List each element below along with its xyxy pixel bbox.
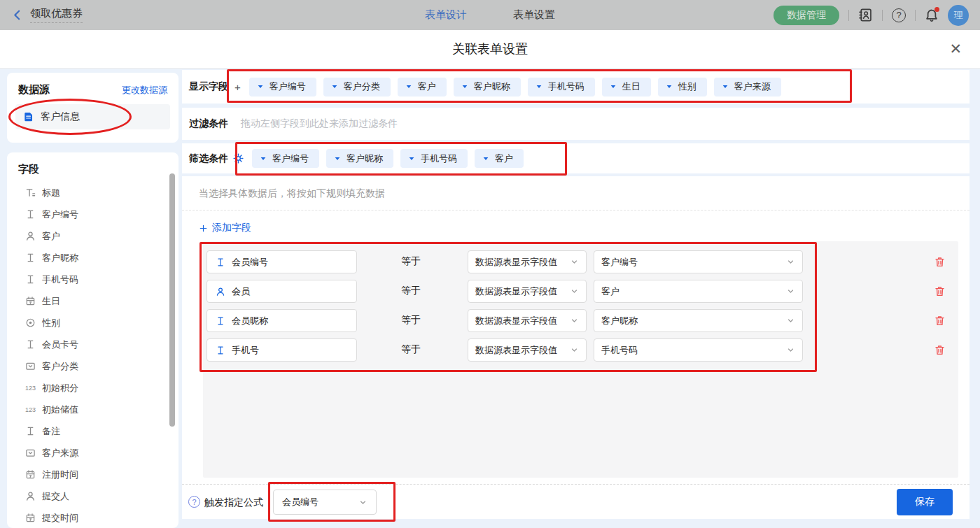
field-item[interactable]: 注册时间: [7, 464, 178, 485]
person-icon: [25, 231, 36, 241]
tag-label: 客户昵称: [346, 152, 383, 165]
avatar[interactable]: 理: [948, 5, 969, 26]
gear-icon[interactable]: [233, 153, 244, 164]
chevron-down-icon: [786, 316, 795, 325]
person-icon: [25, 491, 36, 501]
field-item-label: 提交时间: [42, 512, 78, 525]
field-item[interactable]: 备注: [7, 420, 178, 442]
tag-label: 生日: [622, 80, 640, 93]
field-item[interactable]: 客户来源: [7, 442, 178, 464]
delete-rule-button[interactable]: [934, 285, 946, 297]
screen-field-tag[interactable]: 客户昵称: [326, 149, 393, 168]
text-icon: [25, 274, 36, 285]
field-item[interactable]: 客户分类: [7, 355, 178, 377]
change-datasource-link[interactable]: 更改数据源: [122, 84, 167, 97]
back-button[interactable]: [11, 9, 23, 21]
back-chevron-icon: [11, 9, 23, 21]
source-type-select[interactable]: 数据源表显示字段值: [468, 338, 587, 362]
add-field-label: 添加字段: [212, 222, 251, 234]
screen-field-tag[interactable]: 客户编号: [252, 149, 319, 168]
text-icon: [216, 316, 225, 326]
help-icon[interactable]: ?: [892, 8, 906, 22]
display-fields-row: 显示字段 + 客户编号 客户分类 客户 客户昵称 手机号码 生日 性别 客户来源: [182, 70, 969, 104]
trash-icon: [934, 315, 946, 327]
source-type-select[interactable]: 数据源表显示字段值: [468, 280, 587, 303]
close-icon[interactable]: ✕: [949, 41, 962, 56]
filter-dropzone[interactable]: 拖动左侧字段到此处来添加过滤条件: [241, 117, 398, 130]
display-field-tag[interactable]: 客户分类: [323, 78, 391, 97]
screen-field-tag[interactable]: 手机号码: [400, 149, 468, 168]
target-field-box[interactable]: 会员编号: [206, 250, 357, 273]
form-name[interactable]: 领取优惠券: [30, 7, 83, 23]
field-item[interactable]: 123初始积分: [7, 377, 178, 399]
document-icon: [23, 111, 34, 122]
fields-scrollbar[interactable]: [169, 173, 175, 427]
display-field-tag[interactable]: 客户来源: [714, 78, 781, 97]
field-item[interactable]: 性别: [7, 312, 178, 334]
field-item[interactable]: 标题: [7, 182, 178, 204]
field-item[interactable]: 手机号码: [7, 269, 178, 290]
datasource-item[interactable]: 客户信息: [15, 104, 170, 129]
card-footer: ? 触发指定公式 会员编号 保存: [182, 484, 969, 519]
caret-down-icon: [330, 83, 339, 91]
trash-icon: [934, 256, 946, 268]
field-item[interactable]: 客户昵称: [7, 247, 178, 269]
filter-row: 过滤条件 拖动左侧字段到此处来添加过滤条件: [182, 108, 969, 140]
target-field-box[interactable]: 手机号: [206, 338, 357, 362]
field-item[interactable]: 客户: [7, 225, 178, 247]
topbar: 领取优惠券 表单设计 表单设置 数据管理 ? 理: [0, 0, 980, 30]
source-field-select[interactable]: 客户昵称: [594, 309, 803, 332]
caret-down-icon: [535, 83, 543, 91]
trash-icon: [934, 344, 946, 356]
modal-body: 数据源 更改数据源 客户信息 字段 标题 客户编号 客户 客户昵称 手机号码 生…: [0, 69, 980, 528]
target-field-label: 会员昵称: [232, 315, 268, 327]
contacts-icon[interactable]: [858, 8, 873, 22]
display-field-tag[interactable]: 客户: [398, 78, 447, 97]
select-icon: [25, 361, 36, 371]
field-item[interactable]: 生日: [7, 290, 178, 312]
chevron-down-icon: [570, 257, 579, 266]
display-field-tag[interactable]: 客户昵称: [454, 78, 521, 97]
caret-down-icon: [482, 155, 490, 163]
source-type-select[interactable]: 数据源表显示字段值: [468, 309, 587, 332]
data-manage-button[interactable]: 数据管理: [774, 6, 839, 25]
delete-rule-button[interactable]: [934, 344, 946, 356]
display-field-tag[interactable]: 客户编号: [249, 78, 316, 97]
rule-row: 会员 等于 数据源表显示字段值 客户: [203, 280, 958, 303]
save-button[interactable]: 保存: [897, 489, 953, 515]
field-item-label: 客户分类: [42, 360, 78, 373]
source-type-select[interactable]: 数据源表显示字段值: [468, 250, 587, 273]
add-display-field-button[interactable]: +: [234, 81, 241, 93]
target-field-box[interactable]: 会员昵称: [206, 309, 357, 332]
help-icon[interactable]: ?: [188, 496, 200, 508]
delete-rule-button[interactable]: [934, 256, 946, 268]
screen-field-tag[interactable]: 客户: [475, 149, 524, 168]
fields-title: 字段: [7, 152, 178, 182]
target-field-box[interactable]: 会员: [206, 280, 357, 303]
tab-form-settings[interactable]: 表单设置: [513, 8, 555, 22]
field-item-label: 初始储值: [42, 404, 78, 416]
select-icon: [25, 448, 36, 458]
chevron-down-icon: [786, 257, 795, 266]
text-icon: [25, 252, 36, 263]
target-field-label: 会员: [232, 285, 250, 298]
field-item[interactable]: 会员卡号: [7, 334, 178, 355]
display-field-tag[interactable]: 性别: [658, 78, 707, 97]
source-field-select[interactable]: 手机号码: [594, 338, 803, 362]
source-field-select[interactable]: 客户: [594, 280, 803, 303]
field-item[interactable]: 123初始储值: [7, 399, 178, 420]
delete-rule-button[interactable]: [934, 315, 946, 327]
display-field-tag[interactable]: 生日: [602, 78, 651, 97]
field-item[interactable]: 提交时间: [7, 507, 178, 528]
field-item-label: 客户编号: [42, 208, 78, 221]
tab-form-design[interactable]: 表单设计: [425, 8, 467, 22]
field-item[interactable]: 客户编号: [7, 204, 178, 225]
notification-bell-icon[interactable]: [925, 8, 939, 22]
field-item[interactable]: 提交人: [7, 485, 178, 507]
source-field-select[interactable]: 客户编号: [594, 250, 803, 273]
source-field-value: 客户昵称: [601, 315, 638, 327]
add-field-button[interactable]: 添加字段: [199, 222, 251, 234]
text-icon: [25, 209, 36, 220]
display-field-tag[interactable]: 手机号码: [528, 78, 595, 97]
trigger-formula-select[interactable]: 会员编号: [273, 490, 377, 515]
